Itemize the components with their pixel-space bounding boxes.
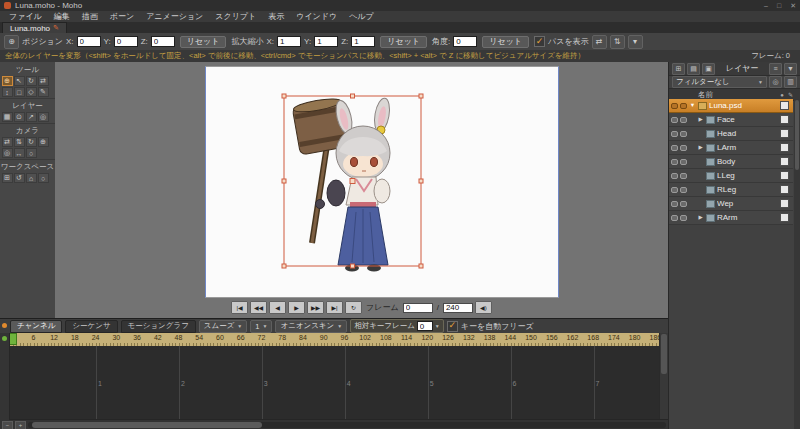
layer-checkbox[interactable] <box>780 157 789 166</box>
tool-button[interactable]: ⇄ <box>38 76 49 86</box>
play-button[interactable]: ▶ <box>288 301 305 314</box>
timeline-channels[interactable]: 1 2 3 4 5 6 7 <box>0 346 660 420</box>
character-luna[interactable] <box>206 67 558 297</box>
onion-skin-dropdown[interactable]: オニオンスキン ▼ <box>275 320 347 333</box>
interpolation-dropdown[interactable]: スムーズ ▼ <box>199 320 247 333</box>
scale-z-input[interactable] <box>351 36 375 47</box>
layer-filter-dropdown[interactable]: フィルターなし ▼ <box>672 76 767 88</box>
tool-button[interactable]: ⊞ <box>2 173 13 183</box>
step-forward-button[interactable]: ▶▶ <box>307 301 324 314</box>
tool-button[interactable]: ◇ <box>26 87 37 97</box>
tool-button[interactable]: ◎ <box>2 148 13 158</box>
menu-item[interactable]: ボーン <box>104 11 140 22</box>
minimize-button[interactable]: – <box>764 2 768 9</box>
tool-button[interactable]: ⌂ <box>26 173 37 183</box>
menu-item[interactable]: ヘルプ <box>343 11 380 22</box>
layer-row-rleg[interactable]: RLeg <box>669 183 793 197</box>
panel-collapse-button[interactable]: ▼ <box>784 63 797 75</box>
tool-button[interactable]: ◎ <box>38 112 49 122</box>
tool-button[interactable]: ○ <box>38 173 49 183</box>
layer-row-face[interactable]: ▶ Face <box>669 113 793 127</box>
layer-animation-toggle[interactable] <box>680 173 687 179</box>
layer-search-button[interactable]: ◎ <box>769 76 782 88</box>
layer-animation-toggle[interactable] <box>680 103 687 109</box>
tool-button[interactable]: ○ <box>26 148 37 158</box>
layer-animation-toggle[interactable] <box>680 159 687 165</box>
layer-visibility-toggle[interactable] <box>671 201 678 207</box>
scrollbar-handle[interactable] <box>661 334 667 374</box>
tool-button[interactable]: ⊙ <box>14 112 25 122</box>
layer-checkbox[interactable] <box>780 213 789 222</box>
layer-row-head[interactable]: Head <box>669 127 793 141</box>
tab-channels[interactable]: チャンネル <box>10 320 62 333</box>
menu-item[interactable]: 表示 <box>262 11 290 22</box>
scale-y-input[interactable] <box>314 36 338 47</box>
tab-sequencer[interactable]: シーケンサ <box>65 320 117 333</box>
layer-settings-button[interactable]: ▥ <box>784 76 797 88</box>
layer-animation-toggle[interactable] <box>680 117 687 123</box>
next-keyframe-button[interactable]: ▶| <box>326 301 343 314</box>
timeline-ruler[interactable]: 6121824303642485460667278849096102108114… <box>0 333 660 347</box>
tool-button[interactable]: ✎ <box>38 87 49 97</box>
current-frame-input[interactable] <box>403 303 433 313</box>
layer-expand-arrow[interactable]: ▶ <box>697 117 704 123</box>
layer-visibility-toggle[interactable] <box>671 173 678 179</box>
angle-input[interactable] <box>453 36 477 47</box>
layer-row-lleg[interactable]: LLeg <box>669 169 793 183</box>
scale-x-input[interactable] <box>277 36 301 47</box>
flip-vertical-button[interactable]: ⇅ <box>610 35 625 49</box>
layer-row-rarm[interactable]: ▶ RArm <box>669 211 793 225</box>
tool-button[interactable]: ↺ <box>14 173 25 183</box>
layer-animation-toggle[interactable] <box>680 187 687 193</box>
tool-button[interactable]: ↗ <box>26 112 37 122</box>
layers-scrollbar[interactable] <box>794 99 800 429</box>
autofreeze-checkbox[interactable]: ✓ <box>447 321 458 332</box>
layer-expand-arrow[interactable]: ▼ <box>689 103 696 109</box>
layer-visibility-toggle[interactable] <box>671 159 678 165</box>
menu-item[interactable]: 描画 <box>76 11 104 22</box>
step-back-button[interactable]: ◀ <box>269 301 286 314</box>
layer-row-wep[interactable]: Wep <box>669 197 793 211</box>
tool-button[interactable]: ⇄ <box>2 137 13 147</box>
layer-checkbox[interactable] <box>780 101 789 110</box>
flip-horizontal-button[interactable]: ⇄ <box>592 35 607 49</box>
document-tab[interactable]: Luna.moho ✎ <box>2 22 67 33</box>
layer-visibility-toggle[interactable] <box>671 117 678 123</box>
reset-position-button[interactable]: リセット <box>180 36 227 48</box>
options-menu-button[interactable]: ▾ <box>628 35 643 49</box>
panel-menu-button[interactable]: ≡ <box>769 63 782 75</box>
close-button[interactable]: ✕ <box>790 2 796 9</box>
timeline-zoom-dropdown[interactable]: 1 ▼ <box>250 320 272 333</box>
layer-visibility-toggle[interactable] <box>671 145 678 151</box>
zoom-in-button[interactable]: + <box>15 421 26 429</box>
go-to-start-button[interactable]: |◀ <box>231 301 248 314</box>
menu-item[interactable]: スクリプト <box>209 11 262 22</box>
reset-scale-button[interactable]: リセット <box>380 36 427 48</box>
keyframe-color-swatch[interactable] <box>2 323 7 328</box>
layer-animation-toggle[interactable] <box>680 131 687 137</box>
maximize-button[interactable]: □ <box>777 2 781 9</box>
menu-item[interactable]: 編集 <box>48 11 76 22</box>
tool-button[interactable]: ↔ <box>14 148 25 158</box>
current-frame-marker[interactable] <box>9 333 17 345</box>
layer-animation-toggle[interactable] <box>680 215 687 221</box>
loop-button[interactable]: ↻ <box>345 301 362 314</box>
layer-checkbox[interactable] <box>780 115 789 124</box>
layer-checkbox[interactable] <box>780 129 789 138</box>
layer-visibility-toggle[interactable] <box>671 131 678 137</box>
tool-button[interactable]: ↻ <box>26 76 37 86</box>
layer-checkbox[interactable] <box>780 199 789 208</box>
prev-keyframe-button[interactable]: ◀◀ <box>250 301 267 314</box>
menu-item[interactable]: ファイル <box>3 11 48 22</box>
layer-row-luna-psd[interactable]: ▼ Luna.psd <box>669 99 793 113</box>
scrollbar-handle[interactable] <box>795 100 799 170</box>
duplicate-layer-button[interactable]: ▣ <box>702 63 715 75</box>
timeline-horizontal-scrollbar[interactable]: − + <box>0 419 668 429</box>
layer-row-body[interactable]: Body <box>669 155 793 169</box>
layer-animation-toggle[interactable] <box>680 145 687 151</box>
zoom-out-button[interactable]: − <box>2 421 13 429</box>
scrollbar-track[interactable] <box>28 422 666 428</box>
tool-button[interactable]: ⇅ <box>14 137 25 147</box>
new-layer-button[interactable]: ⊞ <box>672 63 685 75</box>
relative-keyframe-input[interactable] <box>417 321 433 331</box>
